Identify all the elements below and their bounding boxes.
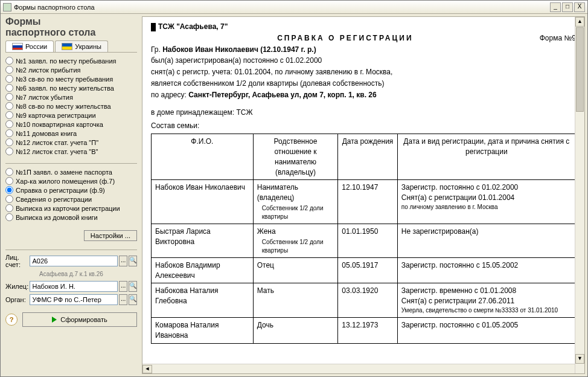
sidebar-heading: Формы паспортного стола: [5, 16, 137, 40]
doc-form-number: Форма №9: [540, 33, 576, 44]
form-option-label: №2 листок прибытия: [16, 66, 81, 74]
form-option[interactable]: №1П заявл. о замене паспорта: [5, 167, 137, 176]
form-option[interactable]: №12 листок стат. учета "П": [5, 138, 137, 147]
form-option[interactable]: №1 заявл. по месту пребывания: [5, 56, 137, 65]
scroll-left-button[interactable]: ◄: [142, 365, 152, 373]
form-option-radio[interactable]: [5, 168, 13, 176]
maximize-button[interactable]: □: [562, 2, 573, 12]
form-option[interactable]: №7 листок убытия: [5, 92, 137, 102]
doc-dereg-line: снят(а) с регистр. учета: 01.01.2004, по…: [151, 67, 576, 77]
form-option[interactable]: №10 поквартирная карточка: [5, 120, 137, 129]
cell-relation: ЖенаСобственник 1/2 доли квартиры: [253, 224, 338, 257]
form-option-radio[interactable]: [5, 186, 13, 194]
titlebar: Формы паспортного стола _ □ X: [1, 1, 587, 14]
form-option-label: №3 св-во по месту пребывания: [16, 76, 113, 83]
form-option[interactable]: №9 карточка регистрации: [5, 111, 137, 120]
form-list-group1: №1 заявл. по месту пребывания№2 листок п…: [5, 56, 137, 156]
form-option[interactable]: Выписка из карточки регистрации: [5, 204, 137, 213]
form-option[interactable]: №3 св-во по месту пребывания: [5, 74, 137, 83]
form-option-radio[interactable]: [5, 57, 13, 65]
window-title: Формы паспортного стола: [14, 4, 95, 11]
account-sublabel: Асафьева д.7 к.1 кв.26: [39, 271, 137, 277]
account-browse-button[interactable]: ...: [119, 256, 127, 266]
form-option[interactable]: №8 св-во по месту жительства: [5, 102, 137, 111]
form-option-radio[interactable]: [5, 138, 13, 146]
divider: [5, 250, 137, 250]
resident-label: Жилец:: [5, 283, 30, 290]
form-option-radio[interactable]: [5, 204, 13, 212]
resident-search-button[interactable]: 🔍: [129, 281, 137, 292]
form-option-label: Сведения о регистрации: [16, 196, 92, 203]
form-option-label: №8 св-во по месту жительства: [16, 103, 111, 110]
form-option-radio[interactable]: [5, 195, 13, 203]
settings-button[interactable]: Настройки ...: [84, 230, 137, 241]
form-option-label: №11 домовая книга: [16, 130, 77, 137]
organ-browse-button[interactable]: ...: [119, 294, 127, 305]
table-row: Набоков Владимир АлексеевичОтец05.05.191…: [152, 257, 576, 283]
form-option-radio[interactable]: [5, 102, 13, 110]
horizontal-scrollbar[interactable]: ◄: [142, 364, 575, 373]
cell-reg: Зарегистр. временно с 01.01.2008Снят(а) …: [397, 283, 575, 318]
form-option[interactable]: №12 листок стат. учета "В": [5, 147, 137, 156]
tab-ukraine[interactable]: Украины: [55, 40, 108, 52]
cell-fio: Быстрая Лариса Викторовна: [152, 224, 254, 257]
scroll-down-button[interactable]: ▼: [575, 354, 584, 364]
close-button[interactable]: X: [574, 2, 585, 12]
form-option-label: Выписка из домовой книги: [16, 214, 98, 221]
cell-fio: Комарова Наталия Ивановна: [152, 317, 254, 343]
cell-relation: Наниматель (владелец)Собственник 1/2 дол…: [253, 180, 338, 224]
help-button[interactable]: ?: [5, 314, 18, 326]
form-option[interactable]: Сведения о регистрации: [5, 195, 137, 204]
cell-fio: Набоков Иван Николаевич: [152, 180, 254, 224]
cell-birth: 01.01.1950: [338, 224, 397, 257]
app-icon: [3, 3, 11, 11]
cell-reg: Зарегистр. постоянно с 01.02.2000Снят(а)…: [397, 180, 575, 224]
form-option-radio[interactable]: [5, 93, 13, 101]
form-option-radio[interactable]: [5, 120, 13, 128]
form-option[interactable]: №11 домовая книга: [5, 129, 137, 138]
col-birth: Дата рождения: [338, 134, 397, 180]
form-option-radio[interactable]: [5, 147, 13, 155]
form-option-label: №10 поквартирная карточка: [16, 121, 103, 128]
cell-relation: Мать: [253, 283, 338, 318]
doc-reg-line: был(а) зарегистрирован(а) постоянно с 01…: [151, 56, 576, 66]
form-option-radio[interactable]: [5, 66, 13, 74]
doc-belongs: в доме принадлежащем: ТСЖ: [151, 108, 576, 118]
tab-russia[interactable]: России: [5, 40, 54, 52]
resident-input[interactable]: [30, 281, 118, 292]
table-row: Набоков Иван НиколаевичНаниматель (владе…: [152, 180, 576, 224]
generate-button[interactable]: Сформировать: [22, 312, 137, 327]
vertical-scrollbar[interactable]: ▲ ▼: [575, 17, 584, 373]
account-input[interactable]: [30, 256, 118, 266]
doc-address: Санкт-Петербург, Асафьева ул, дом 7, кор…: [188, 91, 376, 99]
organ-search-button[interactable]: 🔍: [129, 294, 137, 305]
form-option[interactable]: Справка о регистрации (ф.9): [5, 185, 137, 195]
form-option-radio[interactable]: [5, 129, 13, 137]
account-label: Лиц. счет:: [5, 254, 30, 268]
form-option-radio[interactable]: [5, 177, 13, 185]
form-option-label: Хар-ка жилого помещения (ф.7): [16, 178, 115, 185]
play-icon: [52, 317, 57, 323]
doc-house: ТСЖ "Асафьева, 7": [151, 22, 576, 32]
form-option[interactable]: №2 листок прибытия: [5, 65, 137, 74]
minimize-button[interactable]: _: [550, 2, 561, 12]
form-option-radio[interactable]: [5, 213, 13, 221]
app-window: Формы паспортного стола _ □ X Формы пасп…: [0, 0, 588, 377]
scroll-thumb[interactable]: [576, 27, 584, 112]
sidebar: Формы паспортного стола России Украины №…: [1, 14, 142, 376]
table-row: Быстрая Лариса ВикторовнаЖенаСобственник…: [152, 224, 576, 257]
country-tabs: России Украины: [5, 40, 137, 53]
cell-fio: Набоков Владимир Алексеевич: [152, 257, 254, 283]
form-option[interactable]: Выписка из домовой книги: [5, 213, 137, 222]
organ-input[interactable]: [30, 294, 118, 305]
form-option[interactable]: Хар-ка жилого помещения (ф.7): [5, 176, 137, 185]
scroll-up-button[interactable]: ▲: [575, 17, 584, 27]
family-table: Ф.И.О. Родственное отношение к нанимател…: [151, 134, 576, 343]
account-search-button[interactable]: 🔍: [129, 256, 137, 266]
form-option-radio[interactable]: [5, 111, 13, 119]
form-option-radio[interactable]: [5, 75, 13, 83]
flag-ru-icon: [12, 43, 23, 50]
form-option[interactable]: №6 заявл. по месту жительства: [5, 83, 137, 92]
resident-browse-button[interactable]: ...: [119, 281, 127, 292]
form-option-radio[interactable]: [5, 84, 13, 92]
